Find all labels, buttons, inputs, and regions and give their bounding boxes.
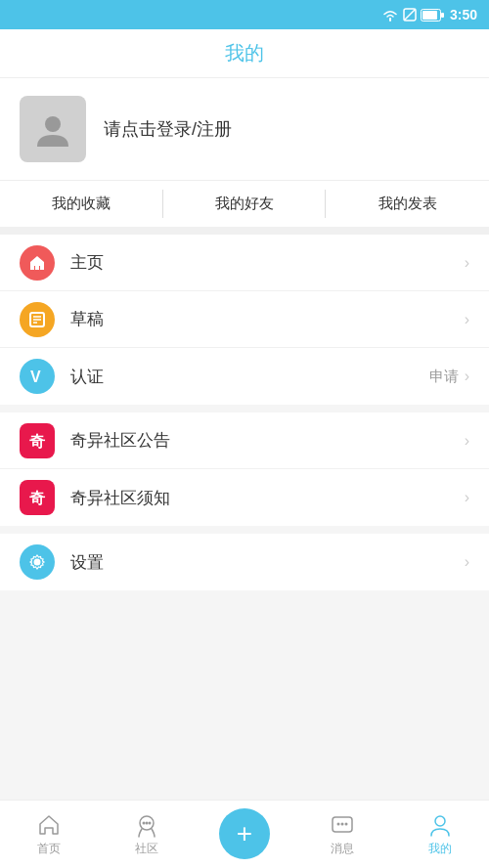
- stat-friends[interactable]: 我的好友: [163, 181, 327, 227]
- menu-item-notice[interactable]: 奇 奇异社区公告 ›: [0, 412, 489, 469]
- svg-text:奇: 奇: [29, 433, 46, 450]
- plus-button[interactable]: +: [219, 808, 270, 859]
- avatar: [20, 96, 86, 162]
- avatar-icon: [33, 109, 72, 149]
- nav-item-messages[interactable]: 消息: [293, 801, 391, 868]
- bottom-nav: 首页 社区 + 消息 我的: [0, 800, 489, 868]
- verify-badge: 申请: [429, 368, 459, 386]
- chevron-icon: ›: [465, 489, 469, 506]
- menu-item-home[interactable]: 主页 ›: [0, 235, 489, 291]
- nav-item-community[interactable]: 社区: [98, 801, 196, 868]
- svg-point-20: [337, 822, 340, 825]
- stat-posts[interactable]: 我的发表: [326, 181, 489, 227]
- svg-rect-3: [422, 11, 437, 20]
- chevron-icon: ›: [465, 368, 469, 385]
- stat-favorites[interactable]: 我的收藏: [0, 181, 163, 227]
- menu-label-verify: 认证: [70, 366, 429, 388]
- page-title: 我的: [225, 40, 264, 66]
- rules-icon: 奇: [20, 480, 55, 515]
- nav-messages-icon: [330, 812, 355, 838]
- menu-label-draft: 草稿: [70, 308, 465, 330]
- svg-point-23: [435, 816, 445, 826]
- login-register-text: 请点击登录/注册: [104, 117, 232, 141]
- status-time: 3:50: [450, 7, 477, 22]
- nav-label-messages: 消息: [331, 841, 354, 857]
- nav-item-plus[interactable]: +: [196, 801, 293, 868]
- status-icons: [381, 8, 444, 22]
- svg-rect-6: [35, 266, 39, 270]
- svg-text:奇: 奇: [29, 490, 46, 506]
- battery-icon: [421, 9, 444, 22]
- chevron-icon: ›: [465, 432, 469, 450]
- menu-item-verify[interactable]: V 认证 申请 ›: [0, 348, 489, 405]
- verify-icon: V: [20, 359, 55, 394]
- header: 我的: [0, 29, 489, 78]
- nav-home-icon: [36, 812, 62, 838]
- home-icon: [20, 245, 55, 281]
- svg-rect-4: [441, 13, 444, 18]
- svg-line-1: [404, 9, 416, 21]
- signal-icon: [403, 8, 417, 22]
- nav-community-icon: [134, 812, 159, 838]
- nav-label-home: 首页: [37, 841, 61, 857]
- menu-item-settings[interactable]: 设置 ›: [0, 534, 489, 590]
- plus-icon: +: [237, 820, 252, 847]
- svg-point-22: [345, 822, 348, 825]
- status-bar: 3:50: [0, 0, 489, 29]
- menu-item-draft[interactable]: 草稿 ›: [0, 291, 489, 348]
- svg-point-18: [149, 821, 152, 824]
- wifi-icon: [381, 8, 399, 22]
- chevron-icon: ›: [465, 254, 469, 272]
- stats-row: 我的收藏 我的好友 我的发表: [0, 181, 489, 235]
- notice-icon: 奇: [20, 423, 55, 458]
- settings-icon: [20, 544, 55, 580]
- svg-point-5: [45, 116, 61, 132]
- nav-mine-icon: [427, 812, 453, 838]
- nav-label-mine: 我的: [428, 841, 452, 857]
- menu-label-notice: 奇异社区公告: [70, 429, 465, 452]
- profile-section[interactable]: 请点击登录/注册: [0, 78, 489, 181]
- menu-label-settings: 设置: [70, 551, 465, 574]
- svg-point-16: [143, 821, 146, 824]
- draft-icon: [20, 302, 55, 337]
- svg-point-21: [341, 822, 344, 825]
- menu-group-3: 设置 ›: [0, 534, 489, 590]
- nav-item-home[interactable]: 首页: [0, 801, 98, 868]
- svg-point-17: [146, 821, 149, 824]
- menu-item-rules[interactable]: 奇 奇异社区须知 ›: [0, 469, 489, 526]
- menu-label-home: 主页: [70, 251, 465, 274]
- menu-group-1: 主页 › 草稿 › V 认证 申请 ›: [0, 235, 489, 405]
- nav-label-community: 社区: [135, 841, 158, 857]
- menu-label-rules: 奇异社区须知: [70, 487, 465, 509]
- chevron-icon: ›: [465, 311, 469, 328]
- menu-group-2: 奇 奇异社区公告 › 奇 奇异社区须知 ›: [0, 412, 489, 526]
- svg-point-14: [34, 559, 41, 566]
- nav-item-mine[interactable]: 我的: [391, 801, 489, 868]
- chevron-icon: ›: [465, 553, 469, 571]
- svg-text:V: V: [30, 369, 41, 385]
